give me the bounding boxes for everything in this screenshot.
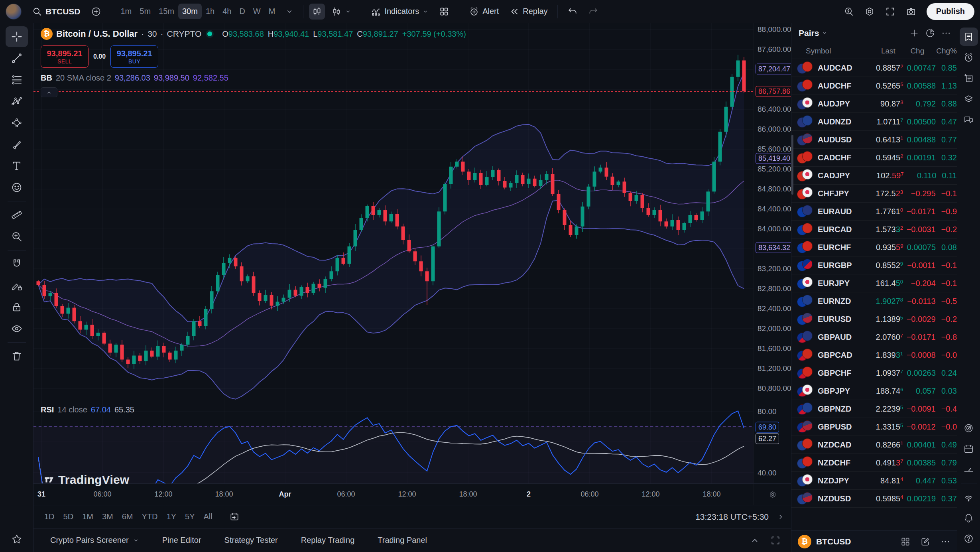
- watchlist-row-NZDCHF[interactable]: NZDCHF0.491370.003850.79: [791, 454, 957, 472]
- watchlist-row-NZDJPY[interactable]: NZDJPY84.8140.4470.53: [791, 472, 957, 490]
- zoom-in-tool[interactable]: [6, 226, 28, 247]
- range-1M[interactable]: 1M: [78, 510, 98, 524]
- range-5Y[interactable]: 5Y: [181, 510, 199, 524]
- heatmap-pie-icon[interactable]: [925, 28, 935, 38]
- watchlist-title-dropdown[interactable]: Pairs: [799, 28, 828, 38]
- alert-button[interactable]: Alert: [465, 3, 503, 20]
- fib-tool[interactable]: [6, 69, 28, 90]
- timeframe-W[interactable]: W: [249, 4, 265, 19]
- watchlist-row-EURCHF[interactable]: EURCHF0.935590.000750.08: [791, 239, 957, 256]
- range-1Y[interactable]: 1Y: [162, 510, 181, 524]
- range-5D[interactable]: 5D: [59, 510, 78, 524]
- watchlist-row-EURNZD[interactable]: EURNZD1.90278−0.0113−0.5: [791, 292, 957, 310]
- note-plus-icon[interactable]: [960, 69, 978, 87]
- clock-time[interactable]: 13:23:18 UTC+5:30: [695, 512, 769, 522]
- watchlist-row-AUDUSD[interactable]: AUDUSD0.641310.004880.77: [791, 131, 957, 149]
- replay-button[interactable]: Replay: [505, 3, 551, 20]
- magnet-tool[interactable]: [6, 254, 28, 274]
- range-All[interactable]: All: [199, 510, 216, 524]
- tab-replay-trading[interactable]: Replay Trading: [301, 536, 355, 545]
- timeframe-D[interactable]: D: [235, 4, 249, 19]
- watchlist-row-GBPCHF[interactable]: GBPCHF1.093770.002630.24: [791, 364, 957, 382]
- expand-panel-icon[interactable]: [770, 535, 781, 546]
- trash-tool[interactable]: [6, 346, 28, 367]
- watchlist-row-AUDJPY[interactable]: AUDJPY90.8730.7920.88: [791, 95, 957, 113]
- tab-strategy-tester[interactable]: Strategy Tester: [224, 536, 278, 545]
- market-status-dot[interactable]: [207, 32, 212, 36]
- goto-date-icon[interactable]: [225, 509, 244, 525]
- watchlist-row-NZDCAD[interactable]: NZDCAD0.826610.004010.49: [791, 436, 957, 454]
- emoji-tool[interactable]: [6, 177, 28, 198]
- calendar-icon[interactable]: [960, 440, 978, 458]
- symbol-title[interactable]: Bitcoin / U.S. Dollar: [56, 29, 138, 39]
- publish-button[interactable]: Publish: [927, 3, 974, 20]
- watchlist-row-EURJPY[interactable]: EURJPY161.450−0.204−0.1: [791, 274, 957, 292]
- tab-trading-panel[interactable]: Trading Panel: [378, 536, 427, 545]
- column-symbol[interactable]: Symbol: [806, 47, 831, 55]
- edit-note-icon[interactable]: [920, 536, 931, 547]
- watchlist-row-AUDCHF[interactable]: AUDCHF0.526550.005881.13: [791, 77, 957, 95]
- timeframe-M[interactable]: M: [265, 4, 279, 19]
- add-symbol-icon[interactable]: [909, 28, 919, 38]
- watchlist-row-NZDUSD[interactable]: NZDUSD0.598540.002190.37: [791, 490, 957, 508]
- tab-pine-editor[interactable]: Pine Editor: [162, 536, 201, 545]
- legend-collapse-button[interactable]: [41, 87, 57, 97]
- trend-line-tool[interactable]: [6, 48, 28, 69]
- watchlist-row-EURAUD[interactable]: EURAUD1.77610−0.0171−0.9: [791, 203, 957, 221]
- price-scale[interactable]: 88,000.0087,600.0086,400.0086,000.0085,6…: [754, 23, 791, 483]
- footer-symbol[interactable]: BTCUSD: [816, 537, 851, 546]
- watchlist-row-GBPJPY[interactable]: GBPJPY188.7460.0570.03: [791, 382, 957, 400]
- timeframe-30m[interactable]: 30m: [178, 4, 202, 19]
- column-last[interactable]: Last: [831, 47, 895, 55]
- eye-tool[interactable]: [6, 318, 28, 339]
- range-3M[interactable]: 3M: [98, 510, 118, 524]
- draw-lock-tool[interactable]: [6, 275, 28, 296]
- timeframe-1h[interactable]: 1h: [202, 4, 218, 19]
- lock-tool[interactable]: [6, 297, 28, 317]
- favorites-star-tool[interactable]: [6, 529, 28, 550]
- symbol-search[interactable]: BTCUSD: [28, 3, 85, 20]
- compare-add-symbol-button[interactable]: [87, 3, 105, 20]
- watchlist-menu-icon[interactable]: [941, 28, 951, 38]
- more-options-icon[interactable]: [940, 536, 950, 547]
- rsi-indicator-legend[interactable]: RSI 14 close 67.04 65.35: [41, 405, 134, 414]
- watchlist-row-GBPUSD[interactable]: GBPUSD1.33155−0.0012−0.0: [791, 418, 957, 436]
- tab-crypto-pairs-screener[interactable]: Crypto Pairs Screener: [50, 536, 139, 545]
- wifi-icon[interactable]: [960, 488, 978, 506]
- tradingview-watermark[interactable]: TradingView: [44, 473, 129, 487]
- range-6M[interactable]: 6M: [118, 510, 138, 524]
- fullscreen-icon[interactable]: [881, 3, 899, 20]
- layers-icon[interactable]: [960, 90, 978, 108]
- watchlist-scrollbar[interactable]: [791, 135, 793, 195]
- indicators-button[interactable]: Indicators: [367, 3, 433, 20]
- user-avatar[interactable]: [6, 4, 22, 20]
- watchlist-row-EURUSD[interactable]: EURUSD1.13895−0.0029−0.2: [791, 310, 957, 328]
- timeline-icon[interactable]: [960, 460, 978, 479]
- watchlist-row-AUDNZD[interactable]: AUDNZD1.071170.005000.47: [791, 113, 957, 131]
- chart-panes[interactable]: 88,000.0087,600.0086,400.0086,000.0085,6…: [33, 23, 791, 483]
- timeframe-1m[interactable]: 1m: [117, 4, 136, 19]
- watchlist-row-EURCAD[interactable]: EURCAD1.57332−0.0031−0.2: [791, 221, 957, 239]
- chart-style-candles-button[interactable]: [309, 4, 325, 20]
- range-1D[interactable]: 1D: [40, 510, 59, 524]
- range-YTD[interactable]: YTD: [138, 510, 162, 524]
- watchlist-row-GBPNZD[interactable]: GBPNZD2.22395−0.0091−0.4: [791, 400, 957, 418]
- alarm-icon[interactable]: [960, 48, 978, 67]
- bell-icon[interactable]: [960, 509, 978, 527]
- watchlist-row-CADCHF[interactable]: CADCHF0.594520.001910.32: [791, 149, 957, 167]
- time-axis[interactable]: 3106:0012:0018:00Apr06:0012:0018:00206:0…: [33, 483, 791, 505]
- sell-button[interactable]: 93,895.21 SELL: [41, 45, 89, 68]
- chart-style-dropdown[interactable]: [327, 3, 355, 20]
- chevron-right-icon[interactable]: [777, 513, 785, 521]
- column-chg-percent[interactable]: Chg%: [936, 47, 957, 55]
- watchlist-icon[interactable]: [960, 28, 978, 46]
- redo-button[interactable]: [584, 3, 602, 20]
- timeframe-menu-chevron-icon[interactable]: [281, 4, 297, 19]
- axis-gear-icon[interactable]: [769, 491, 777, 499]
- watchlist-row-EURGBP[interactable]: EURGBP0.85529−0.0011−0.1: [791, 256, 957, 274]
- settings-gear-icon[interactable]: [860, 3, 879, 20]
- timeframe-5m[interactable]: 5m: [136, 4, 155, 19]
- crosshair-tool[interactable]: [6, 26, 28, 47]
- rsi-pane[interactable]: [33, 403, 754, 483]
- chat-icon[interactable]: [960, 110, 978, 129]
